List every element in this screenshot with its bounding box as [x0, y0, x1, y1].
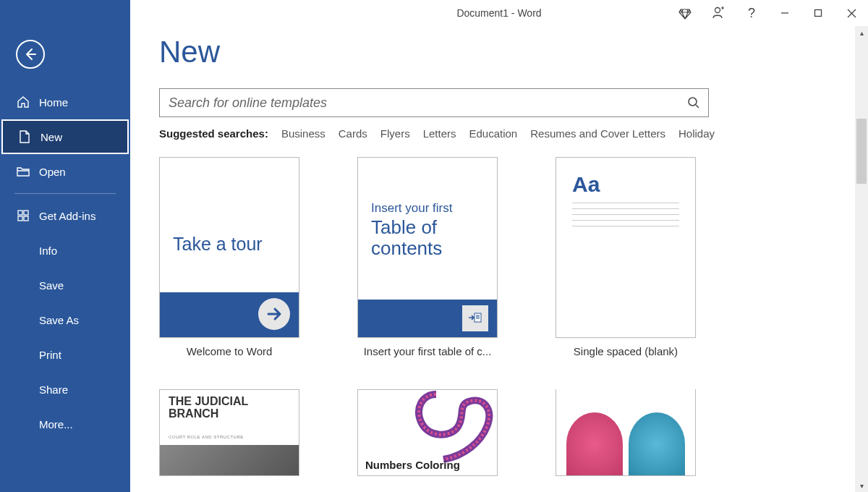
- template-thumbnail: Numbers Coloring: [357, 389, 498, 476]
- sidebar-item-open[interactable]: Open: [0, 154, 130, 189]
- search-input[interactable]: [169, 96, 686, 111]
- svg-rect-6: [815, 10, 822, 17]
- template-thumbnail: [556, 389, 696, 476]
- suggested-holiday[interactable]: Holiday: [678, 127, 715, 140]
- maximize-button[interactable]: [801, 0, 835, 26]
- main-area: Document1 - Word ? New Suggested searche…: [130, 0, 868, 492]
- template-label: Welcome to Word: [187, 345, 273, 357]
- svg-rect-0: [18, 211, 22, 215]
- template-thumbnail: THE JUDICIAL BRANCH COURT ROLE AND STRUC…: [159, 389, 299, 476]
- template-label: Insert your first table of c...: [364, 345, 492, 357]
- minimize-icon: [780, 9, 789, 17]
- close-button[interactable]: [835, 0, 868, 26]
- minimize-button[interactable]: [768, 0, 801, 26]
- scroll-track[interactable]: [855, 39, 868, 479]
- sidebar-item-home[interactable]: Home: [0, 85, 130, 119]
- account-button[interactable]: [702, 0, 735, 26]
- template-welcome[interactable]: Take a tour Welcome to Word: [159, 157, 299, 357]
- folder-icon: [16, 164, 30, 179]
- search-box[interactable]: [159, 88, 709, 117]
- suggested-label: Suggested searches:: [159, 127, 268, 140]
- content-area: New Suggested searches: Business Cards F…: [130, 26, 868, 492]
- svg-rect-1: [24, 211, 28, 215]
- person-icon: [711, 6, 726, 20]
- backstage-sidebar: Home New Open Get Add-ins Info Save Save…: [0, 0, 130, 492]
- sidebar-item-info[interactable]: Info: [0, 233, 130, 268]
- sidebar-item-addins[interactable]: Get Add-ins: [0, 198, 130, 233]
- flowers-thumb-shapes: [566, 412, 685, 475]
- maximize-icon: [814, 9, 822, 17]
- suggested-flyers[interactable]: Flyers: [380, 127, 410, 140]
- template-single-spaced[interactable]: Aa Single spaced (blank): [556, 157, 696, 357]
- scroll-down-button[interactable]: ▾: [855, 479, 868, 492]
- aa-thumb-lines: [572, 203, 679, 232]
- template-label: Single spaced (blank): [574, 345, 678, 357]
- template-thumbnail: Take a tour: [159, 157, 299, 338]
- sidebar-item-save[interactable]: Save: [0, 268, 130, 302]
- page-title: New: [159, 35, 839, 69]
- svg-point-4: [715, 8, 720, 13]
- help-icon: ?: [748, 6, 755, 21]
- toc-thumb-line2: Table of contents: [371, 217, 497, 258]
- vertical-scrollbar[interactable]: ▴ ▾: [855, 26, 868, 492]
- scroll-thumb[interactable]: [856, 119, 867, 184]
- window-controls: ?: [668, 0, 868, 26]
- numbers-thumb-shape: [414, 389, 498, 467]
- home-icon: [16, 95, 30, 109]
- back-button[interactable]: [16, 40, 45, 69]
- premium-button[interactable]: [668, 0, 702, 26]
- window-title: Document1 - Word: [456, 7, 541, 19]
- arrow-right-icon: [258, 298, 290, 330]
- template-numbers[interactable]: Numbers Coloring: [357, 389, 498, 476]
- sidebar-item-label: Get Add-ins: [39, 210, 95, 222]
- sidebar-item-label: Home: [39, 96, 68, 109]
- template-grid: Take a tour Welcome to Word Insert your …: [159, 157, 839, 357]
- template-flowers[interactable]: [556, 389, 696, 476]
- svg-line-10: [696, 105, 699, 108]
- svg-rect-2: [18, 216, 22, 221]
- sidebar-item-label: Open: [39, 166, 66, 178]
- judicial-thumb-img: [160, 445, 299, 475]
- title-bar: Document1 - Word ?: [130, 0, 868, 26]
- aa-thumb-text: Aa: [572, 172, 600, 197]
- suggested-searches: Suggested searches: Business Cards Flyer…: [159, 127, 839, 140]
- sidebar-item-share[interactable]: Share: [0, 372, 130, 407]
- template-thumbnail: Aa: [556, 157, 696, 338]
- help-button[interactable]: ?: [735, 0, 768, 26]
- numbers-thumb-text: Numbers Coloring: [365, 459, 460, 471]
- addins-icon: [16, 208, 30, 223]
- template-judicial[interactable]: THE JUDICIAL BRANCH COURT ROLE AND STRUC…: [159, 389, 299, 476]
- svg-rect-11: [475, 313, 481, 322]
- sidebar-item-print[interactable]: Print: [0, 337, 130, 372]
- sidebar-item-label: New: [41, 131, 62, 143]
- suggested-letters[interactable]: Letters: [423, 127, 456, 140]
- judicial-thumb-title: THE JUDICIAL BRANCH: [169, 396, 299, 420]
- scroll-up-button[interactable]: ▴: [855, 26, 868, 39]
- template-toc[interactable]: Insert your first Table of contents Inse…: [357, 157, 498, 357]
- suggested-education[interactable]: Education: [469, 127, 518, 140]
- close-icon: [847, 9, 856, 18]
- diamond-icon: [678, 6, 692, 20]
- tour-thumb-text: Take a tour: [173, 234, 263, 255]
- template-grid-row2: THE JUDICIAL BRANCH COURT ROLE AND STRUC…: [159, 389, 839, 476]
- document-icon: [17, 130, 32, 144]
- search-button[interactable]: [686, 96, 701, 110]
- suggested-business[interactable]: Business: [281, 127, 326, 140]
- sidebar-item-saveas[interactable]: Save As: [0, 302, 130, 337]
- search-icon: [687, 96, 700, 109]
- back-arrow-icon: [23, 47, 38, 62]
- sidebar-divider: [14, 193, 116, 194]
- suggested-resumes[interactable]: Resumes and Cover Letters: [530, 127, 665, 140]
- sidebar-item-new[interactable]: New: [1, 119, 129, 154]
- template-thumbnail: Insert your first Table of contents: [357, 157, 498, 338]
- page-arrow-icon: [462, 305, 488, 331]
- svg-rect-3: [24, 216, 28, 221]
- judicial-thumb-sub: COURT ROLE AND STRUCTURE: [169, 435, 244, 439]
- sidebar-item-more[interactable]: More...: [0, 407, 130, 441]
- suggested-cards[interactable]: Cards: [339, 127, 367, 140]
- toc-thumb-line1: Insert your first: [371, 201, 452, 216]
- svg-point-9: [689, 98, 697, 106]
